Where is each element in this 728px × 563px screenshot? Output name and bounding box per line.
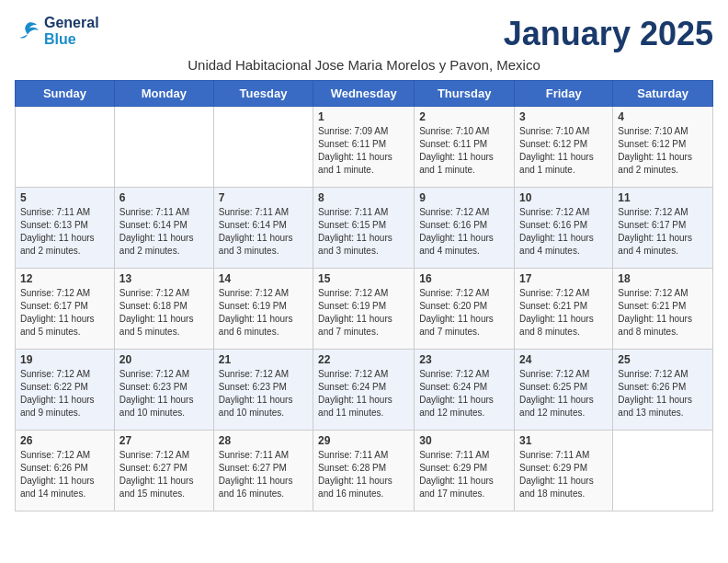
day-number: 5 bbox=[20, 191, 109, 204]
day-number: 16 bbox=[419, 272, 509, 285]
day-number: 20 bbox=[119, 353, 209, 366]
calendar-cell: 4Sunrise: 7:10 AM Sunset: 6:12 PM Daylig… bbox=[613, 107, 713, 188]
day-number: 29 bbox=[318, 434, 409, 447]
day-info: Sunrise: 7:12 AM Sunset: 6:19 PM Dayligh… bbox=[318, 287, 409, 339]
calendar-cell: 11Sunrise: 7:12 AM Sunset: 6:17 PM Dayli… bbox=[613, 188, 713, 269]
calendar-cell: 14Sunrise: 7:12 AM Sunset: 6:19 PM Dayli… bbox=[213, 269, 313, 350]
calendar-cell: 23Sunrise: 7:12 AM Sunset: 6:24 PM Dayli… bbox=[415, 350, 515, 431]
day-number: 31 bbox=[519, 434, 608, 447]
calendar-week-row: 12Sunrise: 7:12 AM Sunset: 6:17 PM Dayli… bbox=[16, 269, 713, 350]
day-number: 28 bbox=[219, 434, 308, 447]
day-number: 23 bbox=[419, 353, 509, 366]
day-number: 14 bbox=[219, 272, 308, 285]
day-info: Sunrise: 7:11 AM Sunset: 6:27 PM Dayligh… bbox=[219, 449, 308, 500]
calendar-cell: 2Sunrise: 7:10 AM Sunset: 6:11 PM Daylig… bbox=[415, 107, 515, 188]
day-number: 18 bbox=[618, 272, 708, 285]
calendar: SundayMondayTuesdayWednesdayThursdayFrid… bbox=[15, 80, 713, 511]
days-of-week-row: SundayMondayTuesdayWednesdayThursdayFrid… bbox=[16, 81, 713, 107]
day-info: Sunrise: 7:11 AM Sunset: 6:14 PM Dayligh… bbox=[219, 206, 308, 258]
calendar-cell bbox=[213, 107, 313, 188]
day-info: Sunrise: 7:10 AM Sunset: 6:12 PM Dayligh… bbox=[618, 125, 708, 177]
day-info: Sunrise: 7:10 AM Sunset: 6:12 PM Dayligh… bbox=[519, 125, 608, 177]
day-of-week-header: Thursday bbox=[415, 81, 515, 107]
day-info: Sunrise: 7:12 AM Sunset: 6:26 PM Dayligh… bbox=[20, 449, 109, 500]
calendar-cell: 5Sunrise: 7:11 AM Sunset: 6:13 PM Daylig… bbox=[16, 188, 115, 269]
day-info: Sunrise: 7:12 AM Sunset: 6:24 PM Dayligh… bbox=[419, 368, 509, 419]
calendar-cell: 18Sunrise: 7:12 AM Sunset: 6:21 PM Dayli… bbox=[613, 269, 713, 350]
day-number: 27 bbox=[119, 434, 209, 447]
day-of-week-header: Friday bbox=[515, 81, 613, 107]
day-number: 19 bbox=[20, 353, 109, 366]
calendar-cell: 13Sunrise: 7:12 AM Sunset: 6:18 PM Dayli… bbox=[114, 269, 213, 350]
calendar-cell: 17Sunrise: 7:12 AM Sunset: 6:21 PM Dayli… bbox=[515, 269, 613, 350]
day-info: Sunrise: 7:12 AM Sunset: 6:17 PM Dayligh… bbox=[20, 287, 109, 339]
header: General Blue January 2025 bbox=[15, 15, 713, 53]
calendar-cell bbox=[114, 107, 213, 188]
day-info: Sunrise: 7:12 AM Sunset: 6:17 PM Dayligh… bbox=[618, 206, 708, 258]
calendar-week-row: 5Sunrise: 7:11 AM Sunset: 6:13 PM Daylig… bbox=[16, 188, 713, 269]
day-info: Sunrise: 7:11 AM Sunset: 6:13 PM Dayligh… bbox=[20, 206, 109, 258]
day-number: 17 bbox=[519, 272, 608, 285]
logo-bird-icon bbox=[15, 20, 40, 42]
day-number: 9 bbox=[419, 191, 509, 204]
day-of-week-header: Wednesday bbox=[313, 81, 415, 107]
calendar-cell: 27Sunrise: 7:12 AM Sunset: 6:27 PM Dayli… bbox=[114, 431, 213, 511]
calendar-cell: 16Sunrise: 7:12 AM Sunset: 6:20 PM Dayli… bbox=[415, 269, 515, 350]
day-number: 25 bbox=[618, 353, 708, 366]
day-info: Sunrise: 7:12 AM Sunset: 6:23 PM Dayligh… bbox=[119, 368, 209, 419]
day-number: 3 bbox=[519, 110, 608, 123]
day-number: 30 bbox=[419, 434, 509, 447]
day-info: Sunrise: 7:11 AM Sunset: 6:29 PM Dayligh… bbox=[519, 449, 608, 500]
calendar-cell: 21Sunrise: 7:12 AM Sunset: 6:23 PM Dayli… bbox=[213, 350, 313, 431]
calendar-cell bbox=[613, 431, 713, 511]
calendar-cell: 30Sunrise: 7:11 AM Sunset: 6:29 PM Dayli… bbox=[415, 431, 515, 511]
day-info: Sunrise: 7:12 AM Sunset: 6:20 PM Dayligh… bbox=[419, 287, 509, 339]
logo-general: General bbox=[44, 15, 99, 31]
day-number: 12 bbox=[20, 272, 109, 285]
calendar-cell: 12Sunrise: 7:12 AM Sunset: 6:17 PM Dayli… bbox=[16, 269, 115, 350]
calendar-cell: 6Sunrise: 7:11 AM Sunset: 6:14 PM Daylig… bbox=[114, 188, 213, 269]
logo-blue: Blue bbox=[44, 31, 99, 48]
day-number: 7 bbox=[219, 191, 308, 204]
day-number: 22 bbox=[318, 353, 409, 366]
calendar-cell: 8Sunrise: 7:11 AM Sunset: 6:15 PM Daylig… bbox=[313, 188, 415, 269]
day-number: 4 bbox=[618, 110, 708, 123]
day-info: Sunrise: 7:12 AM Sunset: 6:23 PM Dayligh… bbox=[219, 368, 308, 419]
day-info: Sunrise: 7:12 AM Sunset: 6:18 PM Dayligh… bbox=[119, 287, 209, 339]
calendar-cell: 25Sunrise: 7:12 AM Sunset: 6:26 PM Dayli… bbox=[613, 350, 713, 431]
calendar-cell: 24Sunrise: 7:12 AM Sunset: 6:25 PM Dayli… bbox=[515, 350, 613, 431]
day-info: Sunrise: 7:10 AM Sunset: 6:11 PM Dayligh… bbox=[419, 125, 509, 177]
day-of-week-header: Monday bbox=[114, 81, 213, 107]
day-number: 6 bbox=[119, 191, 209, 204]
calendar-week-row: 26Sunrise: 7:12 AM Sunset: 6:26 PM Dayli… bbox=[16, 431, 713, 511]
day-number: 24 bbox=[519, 353, 608, 366]
calendar-cell: 10Sunrise: 7:12 AM Sunset: 6:16 PM Dayli… bbox=[515, 188, 613, 269]
day-number: 15 bbox=[318, 272, 409, 285]
calendar-cell: 26Sunrise: 7:12 AM Sunset: 6:26 PM Dayli… bbox=[16, 431, 115, 511]
day-info: Sunrise: 7:09 AM Sunset: 6:11 PM Dayligh… bbox=[318, 125, 409, 177]
day-of-week-header: Saturday bbox=[613, 81, 713, 107]
day-info: Sunrise: 7:12 AM Sunset: 6:25 PM Dayligh… bbox=[519, 368, 608, 419]
calendar-cell: 9Sunrise: 7:12 AM Sunset: 6:16 PM Daylig… bbox=[415, 188, 515, 269]
day-info: Sunrise: 7:12 AM Sunset: 6:24 PM Dayligh… bbox=[318, 368, 409, 419]
day-number: 10 bbox=[519, 191, 608, 204]
day-number: 11 bbox=[618, 191, 708, 204]
calendar-week-row: 19Sunrise: 7:12 AM Sunset: 6:22 PM Dayli… bbox=[16, 350, 713, 431]
calendar-cell: 7Sunrise: 7:11 AM Sunset: 6:14 PM Daylig… bbox=[213, 188, 313, 269]
calendar-cell: 28Sunrise: 7:11 AM Sunset: 6:27 PM Dayli… bbox=[213, 431, 313, 511]
day-number: 26 bbox=[20, 434, 109, 447]
day-info: Sunrise: 7:12 AM Sunset: 6:16 PM Dayligh… bbox=[419, 206, 509, 258]
day-number: 21 bbox=[219, 353, 308, 366]
subtitle: Unidad Habitacional Jose Maria Morelos y… bbox=[15, 57, 713, 73]
calendar-cell: 22Sunrise: 7:12 AM Sunset: 6:24 PM Dayli… bbox=[313, 350, 415, 431]
day-number: 8 bbox=[318, 191, 409, 204]
calendar-cell: 19Sunrise: 7:12 AM Sunset: 6:22 PM Dayli… bbox=[16, 350, 115, 431]
logo: General Blue bbox=[15, 15, 99, 47]
day-number: 2 bbox=[419, 110, 509, 123]
day-info: Sunrise: 7:11 AM Sunset: 6:28 PM Dayligh… bbox=[318, 449, 409, 500]
day-info: Sunrise: 7:11 AM Sunset: 6:29 PM Dayligh… bbox=[419, 449, 509, 500]
day-info: Sunrise: 7:12 AM Sunset: 6:27 PM Dayligh… bbox=[119, 449, 209, 500]
day-info: Sunrise: 7:11 AM Sunset: 6:15 PM Dayligh… bbox=[318, 206, 409, 258]
day-of-week-header: Tuesday bbox=[213, 81, 313, 107]
day-info: Sunrise: 7:12 AM Sunset: 6:21 PM Dayligh… bbox=[618, 287, 708, 339]
